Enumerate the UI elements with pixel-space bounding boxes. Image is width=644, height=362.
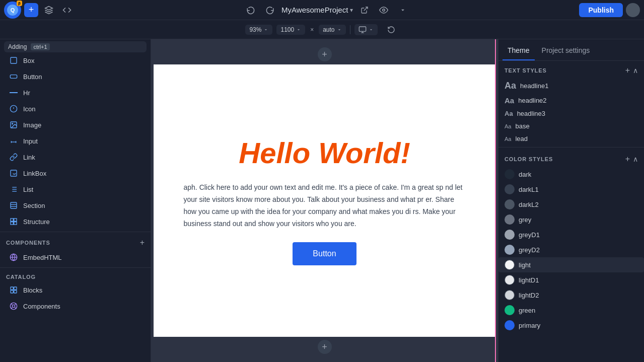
- sidebar-item-label: Box: [23, 57, 34, 64]
- svg-rect-24: [11, 202, 17, 208]
- sidebar-item-label: EmbedHTML: [23, 254, 62, 261]
- svg-rect-33: [11, 287, 13, 289]
- text-style-label: lead: [515, 135, 528, 142]
- sidebar-item-blocks[interactable]: Blocks: [2, 282, 149, 298]
- add-element-button[interactable]: +: [24, 3, 38, 17]
- canvas-button[interactable]: Button: [293, 242, 356, 265]
- open-new-tab-button[interactable]: [357, 3, 372, 18]
- color-style-darkL1[interactable]: darkL1: [498, 182, 644, 197]
- right-panel-tabs: Theme Project settings: [498, 39, 644, 61]
- preview-button[interactable]: [376, 3, 391, 18]
- sidebar-item-image[interactable]: Image: [2, 117, 149, 133]
- zoom-control[interactable]: 93%: [245, 25, 272, 35]
- logo-button[interactable]: Q β: [4, 2, 21, 19]
- sidebar-item-hr[interactable]: Hr: [2, 85, 149, 101]
- height-control[interactable]: auto: [319, 25, 345, 35]
- device-selector[interactable]: [354, 24, 378, 35]
- svg-line-41: [11, 308, 12, 309]
- refresh-canvas-button[interactable]: [384, 22, 399, 37]
- components-catalog-icon: [9, 302, 18, 311]
- text-style-headline2[interactable]: Aa headline2: [498, 94, 644, 107]
- color-style-darkL2[interactable]: darkL2: [498, 197, 644, 212]
- color-style-greyD2[interactable]: greyD2: [498, 242, 644, 257]
- svg-rect-7: [10, 75, 17, 79]
- redo-button[interactable]: [262, 3, 277, 18]
- project-dropdown-icon: ▾: [350, 7, 353, 14]
- sidebar-item-link[interactable]: Link: [2, 149, 149, 165]
- color-style-primary[interactable]: primary: [498, 318, 644, 333]
- text-style-base[interactable]: Aa base: [498, 120, 644, 132]
- svg-rect-28: [14, 219, 17, 221]
- adding-shortcut: ctrl+1: [31, 43, 49, 50]
- color-style-green[interactable]: green: [498, 303, 644, 318]
- sidebar-item-input[interactable]: Input: [2, 133, 149, 149]
- svg-line-39: [11, 304, 12, 305]
- canvas-body-text[interactable]: aph. Click here to add your own text and…: [184, 182, 466, 230]
- sidebar-item-label: Image: [23, 121, 41, 129]
- color-style-label: grey: [519, 216, 531, 224]
- color-style-grey[interactable]: grey: [498, 212, 644, 227]
- color-style-light[interactable]: light: [498, 257, 644, 272]
- add-row-top-button[interactable]: +: [318, 47, 332, 61]
- logo-icon: Q: [7, 5, 18, 16]
- svg-rect-3: [359, 27, 366, 31]
- add-text-style-button[interactable]: +: [625, 66, 630, 75]
- sidebar-item-label: Button: [23, 73, 42, 81]
- svg-rect-30: [14, 222, 17, 225]
- undo-button[interactable]: [243, 3, 258, 18]
- add-color-style-button[interactable]: +: [625, 155, 630, 164]
- sidebar-item-label: Blocks: [23, 286, 42, 294]
- catalog-section-title: CATALOG: [6, 274, 36, 280]
- text-styles-controls: + ∧: [625, 66, 638, 75]
- button-icon: [9, 72, 18, 81]
- panel-divider-2: [0, 267, 151, 268]
- canvas-title[interactable]: Hello World!: [239, 136, 410, 170]
- sidebar-item-section[interactable]: Section: [2, 197, 149, 213]
- sidebar-item-list[interactable]: List: [2, 181, 149, 197]
- color-style-lightD2[interactable]: lightD2: [498, 287, 644, 303]
- layers-icon[interactable]: [41, 3, 56, 18]
- color-style-lightD1[interactable]: lightD1: [498, 272, 644, 287]
- width-control[interactable]: 1100: [276, 25, 305, 35]
- color-style-greyD1[interactable]: greyD1: [498, 227, 644, 242]
- color-style-label: green: [519, 307, 535, 314]
- add-row-bottom-button[interactable]: +: [318, 340, 332, 354]
- text-style-lead[interactable]: Aa lead: [498, 132, 644, 145]
- svg-rect-27: [11, 219, 13, 221]
- sidebar-item-icon[interactable]: Icon: [2, 101, 149, 117]
- text-style-headline3[interactable]: Aa headline3: [498, 107, 644, 120]
- publish-button[interactable]: Publish: [579, 3, 623, 17]
- input-icon: [9, 136, 18, 146]
- aa-icon: Aa: [505, 136, 511, 142]
- color-styles-controls: + ∧: [625, 155, 638, 164]
- color-style-dark[interactable]: dark: [498, 167, 644, 182]
- more-options-button[interactable]: [395, 3, 410, 18]
- right-panel-divider: [498, 147, 644, 148]
- box-icon: [9, 56, 18, 65]
- sidebar-item-embedhtml[interactable]: EmbedHTML: [2, 249, 149, 265]
- sidebar-item-components-catalog[interactable]: Components: [2, 298, 149, 314]
- collapse-color-styles-button[interactable]: ∧: [633, 155, 638, 163]
- adding-label: Adding: [8, 43, 27, 50]
- add-component-button[interactable]: +: [140, 238, 145, 247]
- toolbar-divider: [350, 25, 350, 34]
- canvas-inner: + Hello World! aph. Click here to add yo…: [154, 39, 496, 362]
- sidebar-item-button[interactable]: Button: [2, 68, 149, 85]
- color-style-label: dark: [519, 171, 531, 178]
- text-style-label: base: [515, 122, 529, 130]
- aa-icon: Aa: [505, 110, 513, 117]
- sidebar-item-structure[interactable]: Structure: [2, 213, 149, 230]
- color-swatch: [505, 199, 515, 209]
- tab-theme[interactable]: Theme: [503, 39, 535, 60]
- sidebar-item-linkbox[interactable]: LinkBox: [2, 165, 149, 181]
- color-style-label: darkL2: [519, 201, 539, 208]
- color-styles-header: COLOR STYLES + ∧: [498, 150, 644, 167]
- svg-rect-35: [11, 291, 13, 293]
- svg-point-38: [12, 305, 15, 307]
- text-style-headline1[interactable]: Aa headline1: [498, 78, 644, 94]
- collapse-text-styles-button[interactable]: ∧: [633, 66, 638, 75]
- sidebar-item-box[interactable]: Box: [2, 52, 149, 68]
- project-name[interactable]: MyAwesomeProject ▾: [281, 6, 353, 14]
- tab-project-settings[interactable]: Project settings: [537, 39, 595, 60]
- code-icon[interactable]: [59, 3, 75, 18]
